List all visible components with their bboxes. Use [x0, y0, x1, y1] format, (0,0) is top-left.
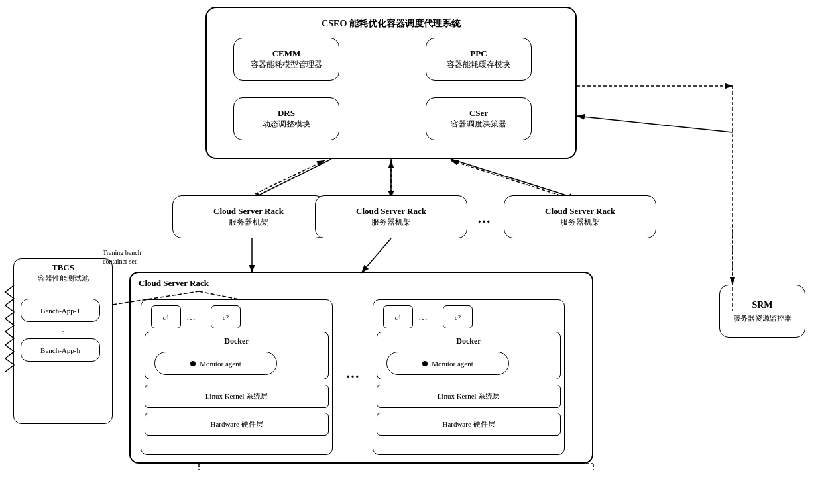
docker-outer-left — [145, 332, 329, 379]
rack3-title: Cloud Server Rack — [545, 206, 615, 217]
c2-left: c2 — [211, 305, 241, 328]
rack3-sub: 服务器机架 — [560, 217, 600, 228]
drs-sub: 动态调整模块 — [263, 119, 310, 130]
drs-title: DRS — [278, 108, 295, 119]
svg-line-7 — [451, 160, 570, 199]
srm-sub: 服务器资源监控器 — [733, 313, 792, 323]
ppc-sub: 容器能耗缓存模块 — [447, 59, 510, 70]
rack2-title: Cloud Server Rack — [356, 206, 426, 217]
architecture-diagram: CSEO 能耗优化容器调度代理系统 CEMM 容器能耗模型管理器 PPC 容器能… — [0, 0, 822, 504]
tbcs-dots: · — [14, 327, 112, 338]
ppc-title: PPC — [470, 48, 487, 59]
cemm-sub: 容器能耗模型管理器 — [251, 59, 322, 70]
right-c-dots: … — [418, 312, 428, 323]
svg-line-5 — [245, 160, 325, 199]
cser-box: CSer 容器调度决策器 — [426, 97, 532, 140]
rack-box-3: Cloud Server Rack 服务器机架 — [504, 195, 656, 238]
svg-line-9 — [361, 238, 391, 273]
c2-right: c2 — [443, 305, 473, 328]
training-bench-label: Traning benchcontainer set — [103, 248, 141, 266]
rack-box-1: Cloud Server Rack 服务器机架 — [172, 195, 325, 238]
svg-line-15 — [577, 116, 733, 132]
linux-layer-left: Linux Kernel 系统层 — [145, 385, 329, 408]
docker-outer-right — [377, 332, 561, 379]
svg-line-2 — [252, 159, 331, 199]
svg-line-4 — [451, 159, 577, 199]
c1-right: c1 — [383, 305, 413, 328]
big-rack-title: Cloud Server Rack — [139, 278, 209, 289]
server-group-dots: … — [346, 366, 359, 381]
right-server-group: c1 … c2 Docker Monitor agent Linux Kerne… — [373, 299, 565, 455]
rack1-title: Cloud Server Rack — [213, 206, 284, 217]
cser-sub: 容器调度决策器 — [451, 119, 506, 130]
tbcs-outer-box: TBCS 容器性能测试池 Yocto-Watt Bench-App-1 · Be… — [13, 258, 113, 424]
srm-box: SRM 服务器资源监控器 — [719, 285, 805, 338]
rack1-sub: 服务器机架 — [229, 217, 268, 228]
cseo-title: CSEO 能耗优化容器调度代理系统 — [207, 18, 575, 30]
tbcs-sub: 容器性能测试池 — [14, 274, 112, 283]
rack-dots: … — [477, 211, 491, 226]
hardware-layer-right: Hardware 硬件层 — [377, 413, 561, 436]
cser-title: CSer — [469, 108, 488, 119]
bench-app-1: Bench-App-1 — [21, 299, 100, 322]
big-rack-box: Cloud Server Rack c1 … c2 Docker Monitor… — [129, 272, 593, 464]
rack2-sub: 服务器机架 — [371, 217, 411, 228]
linux-layer-right: Linux Kernel 系统层 — [377, 385, 561, 408]
drs-box: DRS 动态调整模块 — [233, 97, 339, 140]
tbcs-title: TBCS — [14, 262, 112, 273]
c1-left: c1 — [151, 305, 181, 328]
cemm-title: CEMM — [272, 48, 301, 59]
left-server-group: c1 … c2 Docker Monitor agent Linux Kerne… — [141, 299, 333, 455]
rack-box-2: Cloud Server Rack 服务器机架 — [315, 195, 467, 238]
cemm-box: CEMM 容器能耗模型管理器 — [233, 38, 339, 81]
left-c-dots: … — [186, 312, 196, 323]
srm-title: SRM — [752, 300, 772, 311]
cseo-outer-box: CSEO 能耗优化容器调度代理系统 CEMM 容器能耗模型管理器 PPC 容器能… — [206, 7, 577, 159]
ppc-box: PPC 容器能耗缓存模块 — [426, 38, 532, 81]
hardware-layer-left: Hardware 硬件层 — [145, 413, 329, 436]
bench-app-h: Bench-App-h — [21, 338, 100, 362]
